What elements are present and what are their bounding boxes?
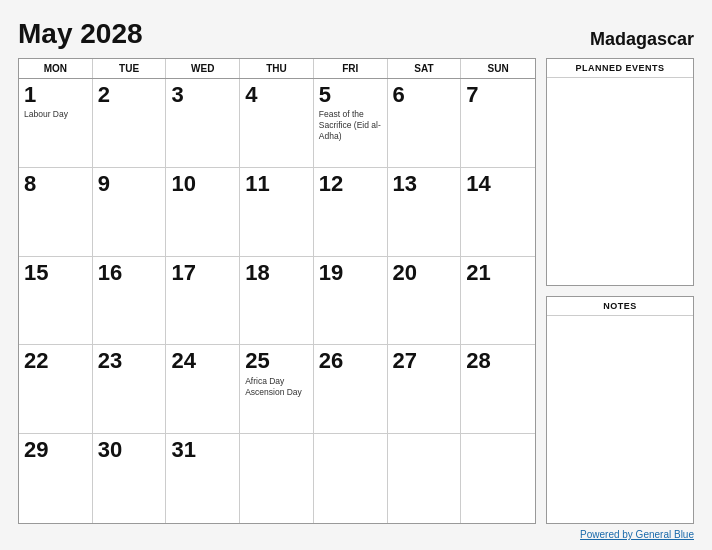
powered-by-link[interactable]: Powered by General Blue (580, 529, 694, 540)
day-number: 30 (98, 438, 161, 462)
notes-title: NOTES (547, 297, 693, 316)
sidebar: PLANNED EVENTS NOTES (546, 58, 694, 524)
calendar-body: 1Labour Day2345Feast of the Sacrifice (E… (19, 79, 535, 523)
calendar-cell: 23 (93, 345, 167, 434)
calendar-cell: 7 (461, 79, 535, 168)
calendar-cell: 8 (19, 168, 93, 257)
day-number: 3 (171, 83, 234, 107)
calendar-header: MONTUEWEDTHUFRISATSUN (19, 59, 535, 79)
calendar-cell: 15 (19, 257, 93, 346)
calendar-cell: 18 (240, 257, 314, 346)
calendar-cell: 28 (461, 345, 535, 434)
calendar-cell: 5Feast of the Sacrifice (Eid al-Adha) (314, 79, 388, 168)
footer: Powered by General Blue (18, 529, 694, 540)
day-number: 26 (319, 349, 382, 373)
day-of-week-label: SAT (388, 59, 462, 78)
day-of-week-label: WED (166, 59, 240, 78)
day-number: 27 (393, 349, 456, 373)
day-number: 14 (466, 172, 530, 196)
day-number: 18 (245, 261, 308, 285)
calendar-cell: 9 (93, 168, 167, 257)
calendar-cell: 2 (93, 79, 167, 168)
main-area: MONTUEWEDTHUFRISATSUN 1Labour Day2345Fea… (18, 58, 694, 524)
calendar-cell: 27 (388, 345, 462, 434)
calendar-cell: 24 (166, 345, 240, 434)
calendar-cell: 6 (388, 79, 462, 168)
day-number: 28 (466, 349, 530, 373)
day-number: 5 (319, 83, 382, 107)
day-number: 6 (393, 83, 456, 107)
planned-events-box: PLANNED EVENTS (546, 58, 694, 286)
notes-box: NOTES (546, 296, 694, 524)
day-number: 17 (171, 261, 234, 285)
day-number: 1 (24, 83, 87, 107)
day-number: 20 (393, 261, 456, 285)
day-of-week-label: FRI (314, 59, 388, 78)
header: May 2028 Madagascar (18, 18, 694, 50)
calendar-cell: 26 (314, 345, 388, 434)
day-number: 23 (98, 349, 161, 373)
day-number: 8 (24, 172, 87, 196)
day-event: Labour Day (24, 109, 87, 120)
day-of-week-label: TUE (93, 59, 167, 78)
day-number: 22 (24, 349, 87, 373)
day-number: 19 (319, 261, 382, 285)
day-number: 24 (171, 349, 234, 373)
planned-events-content (547, 78, 693, 285)
day-number: 25 (245, 349, 308, 373)
day-event: Feast of the Sacrifice (Eid al-Adha) (319, 109, 382, 142)
month-year-title: May 2028 (18, 18, 143, 50)
calendar-cell: 4 (240, 79, 314, 168)
day-number: 11 (245, 172, 308, 196)
calendar-cell: 11 (240, 168, 314, 257)
calendar-cell: 25Africa Day Ascension Day (240, 345, 314, 434)
day-event: Africa Day Ascension Day (245, 376, 308, 398)
day-number: 21 (466, 261, 530, 285)
day-number: 9 (98, 172, 161, 196)
day-number: 16 (98, 261, 161, 285)
day-number: 31 (171, 438, 234, 462)
day-number: 15 (24, 261, 87, 285)
calendar-cell: 14 (461, 168, 535, 257)
calendar-cell: 12 (314, 168, 388, 257)
day-number: 2 (98, 83, 161, 107)
calendar-cell (461, 434, 535, 523)
day-of-week-label: THU (240, 59, 314, 78)
page: May 2028 Madagascar MONTUEWEDTHUFRISATSU… (0, 0, 712, 550)
calendar-cell (240, 434, 314, 523)
calendar-cell: 22 (19, 345, 93, 434)
calendar-cell: 20 (388, 257, 462, 346)
calendar-cell: 10 (166, 168, 240, 257)
day-of-week-label: MON (19, 59, 93, 78)
calendar-cell: 31 (166, 434, 240, 523)
calendar-cell: 30 (93, 434, 167, 523)
calendar-cell (388, 434, 462, 523)
planned-events-title: PLANNED EVENTS (547, 59, 693, 78)
day-number: 10 (171, 172, 234, 196)
day-number: 29 (24, 438, 87, 462)
calendar-cell: 16 (93, 257, 167, 346)
day-number: 7 (466, 83, 530, 107)
day-number: 4 (245, 83, 308, 107)
calendar-cell: 19 (314, 257, 388, 346)
notes-content[interactable] (547, 316, 693, 523)
calendar-cell (314, 434, 388, 523)
day-number: 12 (319, 172, 382, 196)
calendar-cell: 3 (166, 79, 240, 168)
calendar: MONTUEWEDTHUFRISATSUN 1Labour Day2345Fea… (18, 58, 536, 524)
day-of-week-label: SUN (461, 59, 535, 78)
country-title: Madagascar (590, 29, 694, 50)
calendar-cell: 21 (461, 257, 535, 346)
calendar-cell: 13 (388, 168, 462, 257)
calendar-cell: 1Labour Day (19, 79, 93, 168)
calendar-cell: 29 (19, 434, 93, 523)
day-number: 13 (393, 172, 456, 196)
calendar-cell: 17 (166, 257, 240, 346)
